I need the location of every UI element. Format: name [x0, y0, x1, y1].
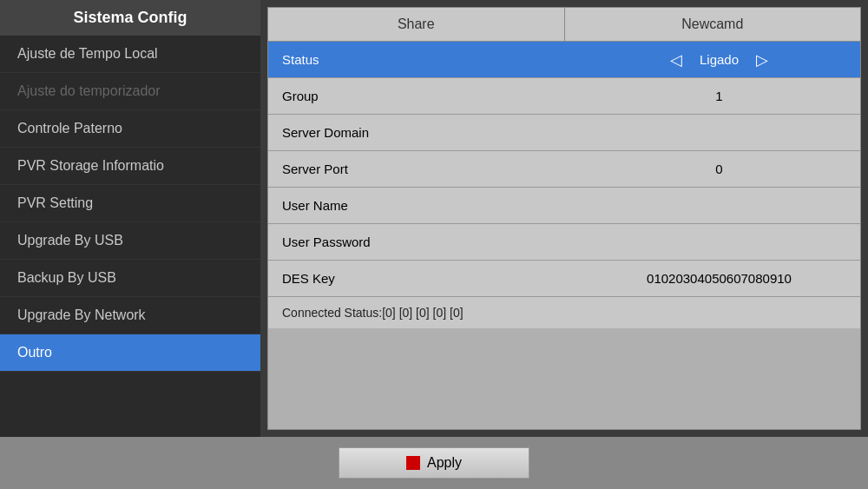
apply-icon [406, 456, 420, 470]
form-row-user-name: User Name [268, 188, 860, 224]
content-panel: Share Newcamd Status◁Ligado▷Group1Server… [267, 7, 861, 430]
sidebar-item-pvr-setting[interactable]: PVR Setting [0, 185, 260, 222]
form-row-user-password: User Password [268, 224, 860, 261]
sidebar-item-upgrade-usb[interactable]: Upgrade By USB [0, 222, 260, 260]
sidebar-item-backup-usb[interactable]: Backup By USB [0, 260, 260, 297]
apply-label: Apply [427, 455, 462, 471]
form-label-status: Status [268, 45, 578, 74]
form-label-group: Group [268, 82, 578, 110]
connected-status: Connected Status:[0] [0] [0] [0] [0] [268, 297, 860, 328]
content-area: Share Newcamd Status◁Ligado▷Group1Server… [260, 0, 868, 437]
form-label-server-port: Server Port [268, 155, 578, 183]
arrow-right-status[interactable]: ▷ [756, 50, 768, 69]
form-row-des-key: DES Key01020304050607080910 [268, 261, 860, 297]
sidebar-item-outro[interactable]: Outro [0, 334, 260, 372]
bottom-bar: Apply [0, 437, 868, 489]
form-value-group: 1 [578, 89, 860, 103]
form-row-server-port: Server Port0 [268, 151, 860, 188]
form-value-status: ◁Ligado▷ [578, 50, 860, 69]
sidebar-item-upgrade-network[interactable]: Upgrade By Network [0, 297, 260, 334]
form-label-user-name: User Name [268, 191, 578, 220]
tab-header: Share Newcamd [268, 8, 860, 42]
sidebar-item-controle-paterno[interactable]: Controle Paterno [0, 110, 260, 148]
form-row-server-domain: Server Domain [268, 115, 860, 151]
sidebar-item-ajuste-tempo[interactable]: Ajuste de Tempo Local [0, 36, 260, 73]
form-value-des-key: 01020304050607080910 [578, 271, 860, 286]
sidebar-item-pvr-storage[interactable]: PVR Storage Informatio [0, 148, 260, 185]
sidebar: Sistema Config Ajuste de Tempo LocalAjus… [0, 0, 260, 437]
form-label-user-password: User Password [268, 228, 578, 256]
sidebar-title: Sistema Config [0, 0, 260, 36]
arrow-left-status[interactable]: ◁ [670, 50, 682, 69]
form-row-status: Status◁Ligado▷ [268, 42, 860, 78]
tab-newcamd[interactable]: Newcamd [565, 8, 861, 41]
apply-button[interactable]: Apply [339, 447, 529, 479]
value-text-status: Ligado [700, 52, 739, 67]
form-value-server-port: 0 [578, 162, 860, 176]
tab-share[interactable]: Share [268, 8, 565, 41]
sidebar-item-ajuste-temporizador: Ajuste do temporizador [0, 73, 260, 110]
form-label-des-key: DES Key [268, 264, 578, 293]
form-row-group: Group1 [268, 78, 860, 115]
form-label-server-domain: Server Domain [268, 118, 578, 147]
